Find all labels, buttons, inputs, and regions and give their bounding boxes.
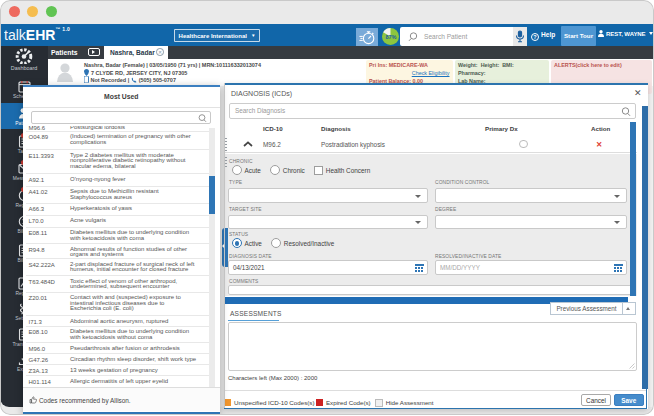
svg-text:87%: 87% — [385, 34, 396, 40]
